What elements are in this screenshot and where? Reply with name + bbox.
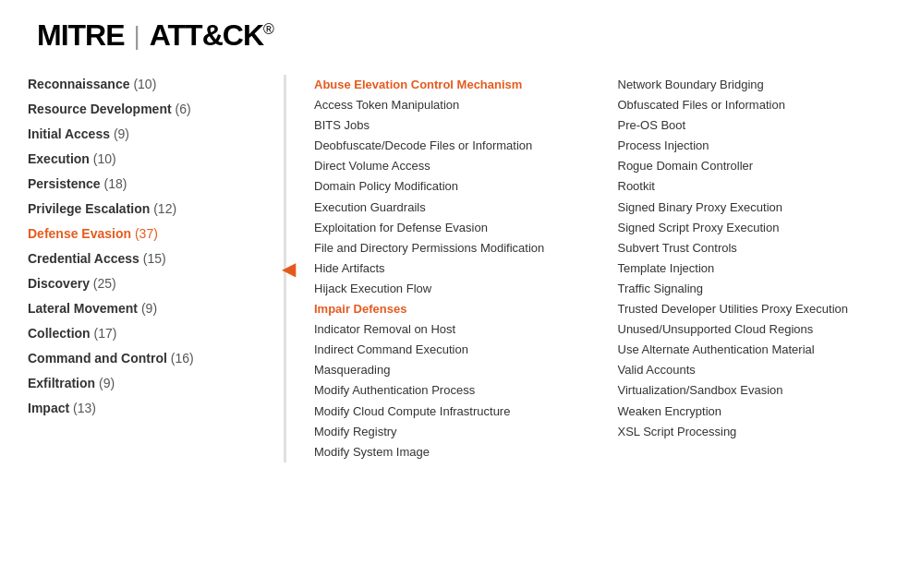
sidebar-label: Collection [28, 326, 91, 341]
sidebar-label: Persistence [28, 176, 101, 191]
sidebar-label: Exfiltration [28, 376, 95, 390]
technique-subvert-trust[interactable]: Subvert Trust Controls [618, 238, 894, 258]
sidebar-count: (10) [93, 151, 116, 166]
technique-bits-jobs[interactable]: BITS Jobs [314, 115, 590, 136]
sidebar-count: (13) [73, 401, 96, 415]
sidebar-item-resource-development[interactable]: Resource Development (6) [28, 100, 268, 119]
technique-deobfuscate[interactable]: Deobfuscate/Decode Files or Information [314, 136, 590, 156]
technique-domain-policy[interactable]: Domain Policy Modification [314, 176, 590, 197]
sidebar-label: Lateral Movement [28, 301, 138, 316]
technique-hide-artifacts[interactable]: Hide Artifacts [314, 258, 590, 279]
technique-rogue-domain[interactable]: Rogue Domain Controller [618, 156, 894, 176]
sidebar-label: Reconnaissance [28, 77, 130, 91]
technique-weaken-encryption[interactable]: Weaken Encryption [618, 402, 894, 422]
sidebar-count: (6) [176, 102, 191, 116]
technique-template-injection[interactable]: Template Injection [618, 258, 894, 279]
sidebar-count: (16) [171, 351, 194, 366]
sidebar-item-exfiltration[interactable]: Exfiltration (9) [28, 374, 268, 393]
sidebar-item-discovery[interactable]: Discovery (25) [28, 274, 268, 294]
sidebar-label: Initial Access [28, 126, 110, 141]
main-content: ◀ Reconnaissance (10) Resource Developme… [28, 75, 893, 462]
sidebar-label: Privilege Escalation [28, 201, 150, 216]
technique-signed-binary[interactable]: Signed Binary Proxy Execution [618, 198, 894, 218]
sidebar-item-initial-access[interactable]: Initial Access (9) [28, 125, 268, 144]
logo-attack: ATT&CK® [150, 18, 273, 53]
techniques-col-2: Network Boundary Bridging Obfuscated Fil… [618, 75, 894, 462]
sidebar-count: (17) [94, 326, 117, 341]
technique-direct-volume[interactable]: Direct Volume Access [314, 156, 590, 176]
sidebar-item-command-control[interactable]: Command and Control (16) [28, 349, 268, 368]
techniques-col-1: Abuse Elevation Control Mechanism Access… [314, 75, 590, 462]
technique-traffic-signaling[interactable]: Traffic Signaling [618, 279, 894, 299]
technique-obfuscated-files[interactable]: Obfuscated Files or Information [618, 95, 894, 115]
sidebar-count: (25) [93, 276, 116, 291]
sidebar-label: Credential Access [28, 251, 139, 266]
technique-virtualization-sandbox[interactable]: Virtualization/Sandbox Evasion [618, 380, 894, 401]
technique-execution-guardrails[interactable]: Execution Guardrails [314, 198, 590, 218]
sidebar-count: (9) [141, 301, 157, 316]
sidebar-count: (18) [104, 176, 127, 191]
technique-use-alternate-auth[interactable]: Use Alternate Authentication Material [618, 340, 894, 360]
sidebar-item-defense-evasion[interactable]: Defense Evasion (37) [28, 224, 268, 244]
technique-process-injection[interactable]: Process Injection [618, 136, 894, 156]
sidebar-item-persistence[interactable]: Persistence (18) [28, 174, 268, 194]
technique-xsl-script[interactable]: XSL Script Processing [618, 422, 894, 442]
logo-divider: | [134, 21, 140, 51]
sidebar-item-reconnaissance[interactable]: Reconnaissance (10) [28, 75, 268, 94]
sidebar-label: Resource Development [28, 102, 172, 116]
logo-mitre: MITRE [37, 18, 125, 53]
logo-reg: ® [263, 21, 273, 37]
technique-modify-auth[interactable]: Modify Authentication Process [314, 380, 590, 401]
sidebar: ◀ Reconnaissance (10) Resource Developme… [28, 75, 286, 462]
technique-impair-defenses[interactable]: Impair Defenses [314, 299, 590, 319]
technique-pre-os-boot[interactable]: Pre-OS Boot [618, 115, 894, 136]
sidebar-item-lateral-movement[interactable]: Lateral Movement (9) [28, 299, 268, 318]
technique-valid-accounts[interactable]: Valid Accounts [618, 360, 894, 380]
technique-modify-system-image[interactable]: Modify System Image [314, 442, 590, 462]
sidebar-count: (37) [135, 226, 158, 241]
sidebar-label: Discovery [28, 276, 90, 291]
technique-indicator-removal[interactable]: Indicator Removal on Host [314, 319, 590, 340]
sidebar-label: Impact [28, 401, 69, 415]
technique-network-boundary[interactable]: Network Boundary Bridging [618, 75, 894, 95]
technique-access-token[interactable]: Access Token Manipulation [314, 95, 590, 115]
technique-trusted-developer[interactable]: Trusted Developer Utilities Proxy Execut… [618, 299, 894, 319]
sidebar-item-execution[interactable]: Execution (10) [28, 150, 268, 169]
technique-modify-cloud[interactable]: Modify Cloud Compute Infrastructure [314, 402, 590, 422]
technique-indirect-command[interactable]: Indirect Command Execution [314, 340, 590, 360]
sidebar-arrow: ◀ [282, 258, 296, 280]
sidebar-item-credential-access[interactable]: Credential Access (15) [28, 249, 268, 269]
sidebar-count: (12) [153, 201, 176, 216]
technique-file-directory[interactable]: File and Directory Permissions Modificat… [314, 238, 590, 258]
sidebar-item-impact[interactable]: Impact (13) [28, 399, 268, 418]
technique-exploitation-defense[interactable]: Exploitation for Defense Evasion [314, 218, 590, 238]
technique-rootkit[interactable]: Rootkit [618, 176, 894, 197]
logo-area: MITRE | ATT&CK® [28, 18, 893, 53]
sidebar-count: (15) [143, 251, 166, 266]
sidebar-label: Command and Control [28, 351, 167, 366]
technique-abuse-elevation[interactable]: Abuse Elevation Control Mechanism [314, 75, 590, 95]
sidebar-count: (9) [114, 126, 129, 141]
sidebar-count: (9) [99, 376, 115, 390]
technique-masquerading[interactable]: Masquerading [314, 360, 590, 380]
technique-modify-registry[interactable]: Modify Registry [314, 422, 590, 442]
technique-unused-cloud[interactable]: Unused/Unsupported Cloud Regions [618, 319, 894, 340]
sidebar-label: Execution [28, 151, 90, 166]
sidebar-item-collection[interactable]: Collection (17) [28, 324, 268, 343]
sidebar-label: Defense Evasion [28, 226, 131, 241]
sidebar-item-privilege-escalation[interactable]: Privilege Escalation (12) [28, 199, 268, 219]
technique-hijack-execution[interactable]: Hijack Execution Flow [314, 279, 590, 299]
page: MITRE | ATT&CK® ◀ Reconnaissance (10) Re… [0, 0, 921, 588]
technique-signed-script[interactable]: Signed Script Proxy Execution [618, 218, 894, 238]
techniques-area: Abuse Elevation Control Mechanism Access… [286, 75, 893, 462]
sidebar-count: (10) [133, 77, 156, 91]
